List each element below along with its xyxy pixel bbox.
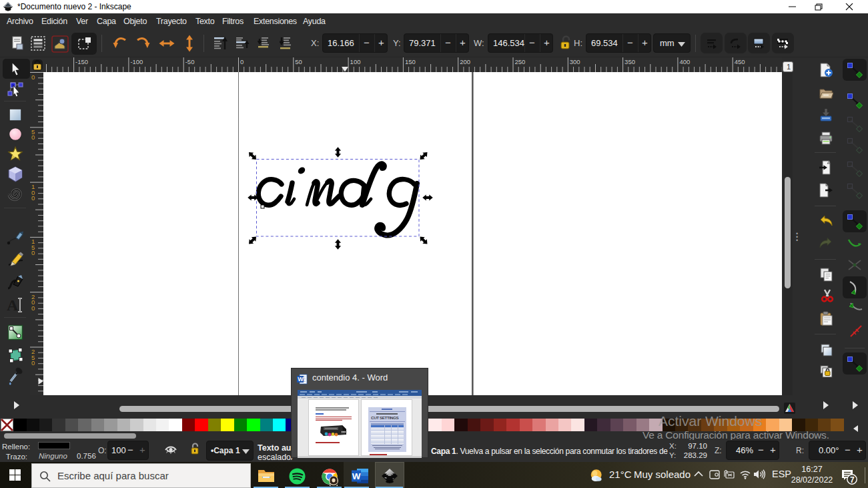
svg-text:0: 0	[31, 134, 35, 141]
svg-text:0: 0	[31, 249, 35, 256]
svg-text:0: 0	[31, 359, 35, 367]
svg-text:300: 300	[570, 58, 580, 65]
svg-text:0: 0	[240, 58, 244, 65]
svg-text:0: 0	[31, 194, 35, 202]
svg-text:0: 0	[31, 304, 35, 312]
svg-text:50: 50	[295, 58, 302, 65]
svg-text:-150: -150	[75, 58, 88, 65]
svg-text:7: 7	[850, 475, 855, 485]
svg-text:0: 0	[31, 73, 35, 81]
svg-text:450: 450	[735, 58, 745, 65]
svg-text:A: A	[7, 296, 19, 314]
svg-text:350: 350	[624, 58, 635, 65]
svg-text:W: W	[298, 376, 304, 383]
svg-text:400: 400	[679, 58, 690, 65]
svg-text:250: 250	[515, 58, 526, 65]
svg-text:W: W	[352, 471, 361, 481]
svg-text:150: 150	[405, 58, 416, 65]
svg-text:100: 100	[350, 58, 361, 65]
svg-text:-50: -50	[185, 58, 195, 65]
svg-text:-100: -100	[130, 58, 143, 65]
svg-text:200: 200	[460, 58, 470, 65]
